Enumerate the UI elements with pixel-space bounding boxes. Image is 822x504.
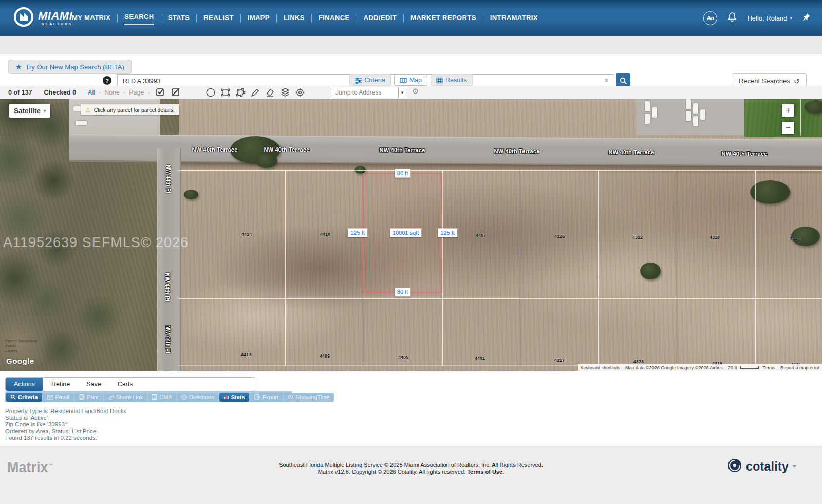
street-label: NW 40th Terrace	[192, 146, 238, 153]
cma-button[interactable]: CMA	[148, 393, 176, 402]
nav-separator	[483, 14, 483, 23]
nav-item-links[interactable]: LINKS	[284, 12, 305, 25]
user-menu[interactable]: Hello, Roland ▾	[747, 14, 792, 22]
parking-lot	[636, 99, 745, 135]
parcel-line	[520, 170, 520, 365]
notifications-bell-icon[interactable]	[727, 12, 737, 24]
street-label-vertical: NW 44th Pl	[165, 325, 171, 353]
nav-item-finance[interactable]: FINANCE	[319, 12, 350, 25]
tab-actions[interactable]: Actions	[6, 378, 43, 391]
select-page-link[interactable]: Page	[129, 89, 144, 96]
nav-item-realist[interactable]: REALIST	[203, 12, 233, 25]
freehand-draw-icon[interactable]	[250, 87, 260, 98]
export-button[interactable]: Export	[250, 393, 283, 402]
miami-logo-icon	[13, 7, 34, 29]
jump-caret[interactable]: ▾	[399, 87, 406, 98]
nav-separator	[196, 14, 197, 23]
email-button[interactable]: Email	[43, 393, 74, 402]
print-button[interactable]: Print	[74, 393, 103, 402]
search-row: ? × Recent Searches ↺	[0, 36, 822, 54]
parcel-number: 4410	[320, 232, 330, 237]
directions-button[interactable]: Directions	[177, 393, 218, 402]
tab-refine[interactable]: Refine	[43, 378, 78, 391]
street-label: NW 40th Terrace	[380, 147, 425, 153]
footer-line1: Southeast Florida Multiple Listing Servi…	[0, 462, 822, 469]
street-label-vertical: NW 44th Pl	[165, 165, 172, 193]
nav-item-search[interactable]: SEARCH	[124, 11, 154, 25]
tree	[640, 263, 661, 279]
stats-button[interactable]: Stats	[219, 393, 249, 402]
tab-save[interactable]: Save	[78, 378, 109, 391]
font-size-button[interactable]: Aa	[703, 11, 717, 25]
zoom-in-button[interactable]: +	[782, 104, 794, 117]
chevron-down-icon: ▾	[44, 108, 46, 114]
actions-button-strip: Criteria Email Print Share Link CMA Dire…	[5, 391, 292, 402]
map-type-control[interactable]: Satellite ▾	[9, 104, 50, 118]
actions-tabbar: Actions Refine Save Carts	[5, 377, 255, 391]
fence-line	[800, 99, 801, 135]
pin-icon[interactable]	[802, 13, 811, 23]
parcel-number: 4323	[633, 359, 644, 364]
tree	[256, 154, 277, 168]
map-settings-icon[interactable]	[295, 87, 305, 98]
keyboard-shortcuts-link[interactable]: Keyboard shortcuts	[578, 365, 623, 370]
parcel-number: 4405	[398, 354, 408, 360]
nav-item-my-matrix[interactable]: MY MATRIX	[72, 12, 110, 25]
nav-separator	[357, 14, 357, 23]
report-map-error-link[interactable]: Report a map error	[778, 365, 822, 370]
criteria-line: Found 137 results in 0.22 seconds.	[5, 435, 127, 441]
parcel-line	[179, 298, 822, 299]
star-icon: ★	[15, 63, 22, 71]
parcel-area: 10001 sqft	[390, 229, 421, 237]
layer-legend: Parcel Stock/Imar Public Layers	[5, 339, 38, 354]
tab-results[interactable]: Results	[431, 74, 473, 86]
street-label: NW 40th Terrace	[609, 149, 655, 155]
nav-item-add-edit[interactable]: ADD/EDIT	[364, 12, 397, 25]
map-canvas[interactable]: 80 ft 125 ft 10001 sqft 125 ft 80 ft NW …	[0, 99, 822, 371]
parcel-notice: ⚠ Click any parcel for parcel details.	[81, 104, 179, 115]
select-none-link[interactable]: None	[104, 89, 120, 96]
nav-item-imapp[interactable]: IMAPP	[248, 12, 270, 25]
tab-carts[interactable]: Carts	[109, 378, 141, 391]
rectangle-draw-icon[interactable]	[220, 87, 231, 98]
nav-separator	[161, 14, 161, 23]
new-map-search-beta-button[interactable]: ★ Try Our New Map Search (BETA)	[8, 60, 132, 74]
parcel-number: 4414	[241, 232, 252, 237]
tree	[750, 180, 790, 204]
zoom-out-button[interactable]: −	[782, 122, 794, 134]
nav-separator	[403, 14, 404, 23]
map-data-text: Map data ©2026 Google Imagery ©2026 Airb…	[623, 365, 725, 370]
jump-to-address-select[interactable]: Jump to Address	[331, 87, 399, 98]
gear-icon[interactable]: ⚙	[412, 87, 419, 96]
highlighted-parcel[interactable]: 80 ft 125 ft 10001 sqft 125 ft 80 ft	[363, 173, 442, 293]
radius-draw-icon[interactable]	[206, 87, 216, 98]
check-selected-icon[interactable]	[156, 87, 165, 98]
showingtime-button[interactable]: ShowingTime	[284, 393, 333, 402]
nav-item-market-reports[interactable]: MARKET REPORTS	[410, 12, 476, 25]
parcel-line	[179, 170, 822, 171]
uncheck-selected-icon[interactable]	[171, 87, 181, 98]
layers-icon[interactable]	[280, 87, 290, 98]
polygon-draw-icon[interactable]	[235, 87, 246, 98]
terms-of-use-link[interactable]: Terms of Use.	[467, 469, 504, 475]
parcel-width-top: 80 ft	[395, 169, 410, 178]
tab-criteria[interactable]: Criteria	[349, 74, 390, 86]
warning-icon: ⚠	[85, 106, 91, 114]
parcel-number: 4401	[475, 356, 485, 361]
street-label: NW 40th Terrace	[494, 148, 540, 154]
eraser-icon[interactable]	[265, 87, 275, 98]
tab-map[interactable]: Map	[394, 74, 427, 86]
parcel-number: 4327	[554, 358, 565, 363]
select-all-link[interactable]: All	[88, 89, 95, 96]
mls-watermark: A11952639 SEFMLS© 2026	[3, 235, 189, 251]
nav-item-stats[interactable]: STATS	[168, 12, 190, 25]
criteria-button[interactable]: Criteria	[6, 393, 42, 402]
parcel-number: 4326	[554, 234, 565, 239]
nav-item-intramatrix[interactable]: INTRAMATRIX	[490, 12, 538, 25]
street-label-vertical: NW 44th Pl	[164, 273, 171, 301]
greeting-text: Hello, Roland	[747, 14, 787, 22]
terms-link[interactable]: Terms	[760, 365, 778, 370]
miami-realtors-logo[interactable]: MIAMI REALTORS	[13, 7, 72, 29]
parcel-line	[442, 170, 443, 365]
share-link-button[interactable]: Share Link	[104, 393, 147, 402]
